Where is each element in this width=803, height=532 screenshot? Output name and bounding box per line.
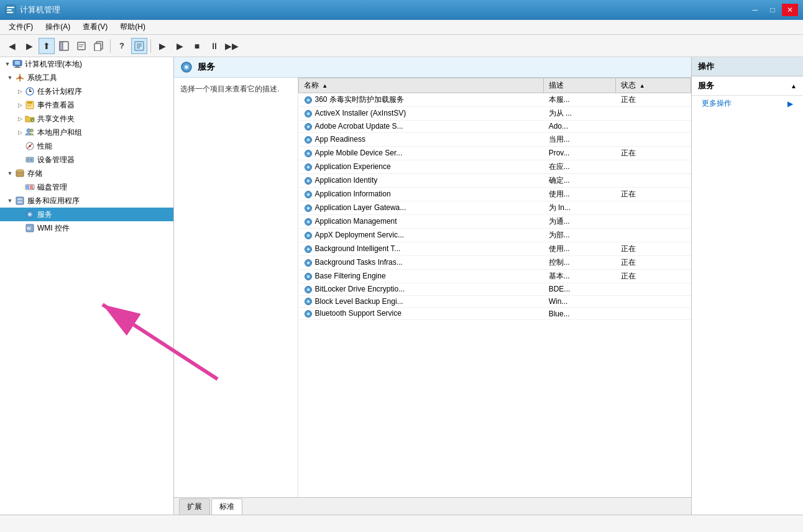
- table-row[interactable]: 360 杀毒实时防护加载服务本服...正在: [299, 93, 691, 107]
- svg-point-76: [307, 180, 308, 181]
- col-name[interactable]: 名称 ▲: [299, 78, 544, 93]
- stop-button[interactable]: ■: [189, 38, 205, 54]
- tree-item-root[interactable]: ▼ 计算机管理(本地): [0, 57, 173, 71]
- table-row[interactable]: ActiveX Installer (AxInstSV)为从 ...: [299, 107, 691, 121]
- perf-icon: [25, 141, 35, 151]
- service-row-icon: [304, 135, 315, 144]
- play2-button[interactable]: ▶: [172, 38, 188, 54]
- table-row[interactable]: Apple Mobile Device Ser...Prov...正在: [299, 146, 691, 160]
- svg-rect-37: [30, 158, 32, 161]
- svg-point-58: [307, 99, 308, 101]
- services-list[interactable]: 名称 ▲ 描述 状态 ▲ 360 杀毒实时防护加载服务本服...正在Active…: [298, 78, 691, 497]
- menu-help[interactable]: 帮助(H): [115, 21, 150, 34]
- up-button[interactable]: ⬆: [39, 38, 55, 54]
- forward-button[interactable]: ▶: [21, 38, 37, 54]
- cell-service-status: 正在: [616, 255, 691, 269]
- tree-item-tools[interactable]: ▼ 系统工具: [0, 71, 173, 85]
- tab-expand[interactable]: 扩展: [179, 498, 210, 515]
- table-row[interactable]: BitLocker Drive Encryptio...BDE...: [299, 283, 691, 295]
- table-row[interactable]: Adobe Acrobat Update S...Ado...: [299, 121, 691, 133]
- tree-item-wmi[interactable]: W WMI 控件: [0, 221, 173, 235]
- tree-item-devmgr[interactable]: 设备管理器: [0, 153, 173, 167]
- table-row[interactable]: AppX Deployment Servic...为部...: [299, 228, 691, 242]
- tree-label-users: 本地用户和组: [37, 127, 82, 138]
- svg-point-30: [27, 129, 30, 132]
- col-desc[interactable]: 描述: [544, 78, 616, 93]
- main-area: ▼ 计算机管理(本地) ▼ 系统工具 ▷: [0, 57, 803, 515]
- table-row[interactable]: Application Experience在应...: [299, 160, 691, 173]
- tree-item-storage[interactable]: ▼ 存储: [0, 167, 173, 180]
- menu-action[interactable]: 操作(A): [40, 21, 75, 34]
- svg-rect-47: [17, 201, 22, 203]
- svg-point-55: [185, 66, 188, 68]
- maximize-button[interactable]: □: [764, 4, 781, 16]
- menu-file[interactable]: 文件(F): [4, 21, 38, 34]
- table-row[interactable]: Application Information使用...正在: [299, 187, 691, 201]
- expander-tools: ▼: [5, 73, 15, 83]
- tools-icon: [15, 73, 25, 83]
- cell-service-name: Apple Mobile Device Ser...: [299, 146, 544, 160]
- table-row[interactable]: Block Level Backup Engi...Win...: [299, 295, 691, 308]
- svg-point-34: [29, 145, 31, 147]
- svg-point-39: [16, 169, 24, 172]
- tree-label-svcapp: 服务和应用程序: [27, 196, 80, 206]
- services-body: 选择一个项目来查看它的描述. 名称 ▲ 描述 状态 ▲ 360 杀毒实时防护加载…: [174, 78, 691, 497]
- tree-item-users[interactable]: ▷ 本地用户和组: [0, 126, 173, 139]
- expander-devmgr: [15, 155, 25, 165]
- cell-service-name: Application Identity: [299, 173, 544, 187]
- tree-item-diskmgr[interactable]: 磁盘管理: [0, 180, 173, 194]
- cell-service-name: Bluetooth Support Service: [299, 308, 544, 320]
- help-button[interactable]: ?: [114, 38, 130, 54]
- service-row-icon: [304, 217, 315, 226]
- tree-item-shared[interactable]: ▷ S 共享文件夹: [0, 112, 173, 126]
- expander-task: ▷: [15, 86, 25, 96]
- expander-wmi: [15, 223, 25, 233]
- tab-standard[interactable]: 标准: [211, 498, 242, 515]
- close-button[interactable]: ✕: [782, 4, 798, 16]
- col-status[interactable]: 状态 ▲: [616, 78, 691, 93]
- table-row[interactable]: Application Identity确定...: [299, 173, 691, 187]
- cell-service-name: AppX Deployment Servic...: [299, 228, 544, 242]
- tree-item-services[interactable]: 服务: [0, 208, 173, 221]
- tree-item-perf[interactable]: 性能: [0, 139, 173, 153]
- properties-button[interactable]: [73, 38, 89, 54]
- pause-button[interactable]: ⏸: [206, 38, 223, 54]
- table-row[interactable]: Bluetooth Support ServiceBlue...: [299, 308, 691, 320]
- svg-rect-17: [16, 66, 19, 67]
- copy-button[interactable]: [91, 38, 107, 54]
- svg-rect-2: [7, 9, 12, 11]
- table-row[interactable]: Background Tasks Infras...控制...正在: [299, 255, 691, 269]
- actions-section-services[interactable]: 服务 ▲: [692, 76, 803, 96]
- mode-button[interactable]: [131, 38, 147, 54]
- back-button[interactable]: ◀: [4, 38, 20, 54]
- table-row[interactable]: Base Filtering Engine基本...正在: [299, 269, 691, 283]
- cell-service-desc: 为 In...: [544, 201, 616, 214]
- cell-service-desc: 使用...: [544, 242, 616, 255]
- action-more[interactable]: 更多操作 ▶: [692, 96, 803, 111]
- title-bar: 计算机管理 ─ □ ✕: [0, 0, 803, 20]
- tree-label-shared: 共享文件夹: [37, 114, 75, 124]
- svg-rect-6: [78, 42, 85, 50]
- svg-point-64: [307, 126, 308, 127]
- window-controls: ─ □ ✕: [747, 4, 798, 16]
- menu-view[interactable]: 查看(V): [78, 21, 112, 34]
- tree-item-svcapp[interactable]: ▼ 服务和应用程序: [0, 194, 173, 208]
- service-row-icon: [304, 309, 315, 318]
- table-row[interactable]: Application Management为通...: [299, 214, 691, 228]
- tree-label-task: 任务计划程序: [37, 86, 82, 97]
- tree-item-event[interactable]: ▷ 事件查看器: [0, 98, 173, 112]
- restart-button[interactable]: ▶▶: [224, 38, 240, 54]
- cell-service-name: Application Experience: [299, 160, 544, 173]
- cell-service-desc: 基本...: [544, 269, 616, 283]
- minimize-button[interactable]: ─: [747, 4, 763, 16]
- table-row[interactable]: App Readiness当用...: [299, 132, 691, 146]
- cell-service-name: Application Information: [299, 187, 544, 201]
- content-header-icon: [180, 61, 193, 73]
- show-hide-button[interactable]: [56, 38, 72, 54]
- tree-item-task[interactable]: ▷ 任务计划程序: [0, 85, 173, 98]
- table-row[interactable]: Background Intelligent T...使用...正在: [299, 242, 691, 255]
- service-row-icon: [304, 190, 315, 198]
- table-row[interactable]: Application Layer Gatewa...为 In...: [299, 201, 691, 214]
- tree-label-storage: 存储: [27, 168, 42, 179]
- play-button[interactable]: ▶: [154, 38, 170, 54]
